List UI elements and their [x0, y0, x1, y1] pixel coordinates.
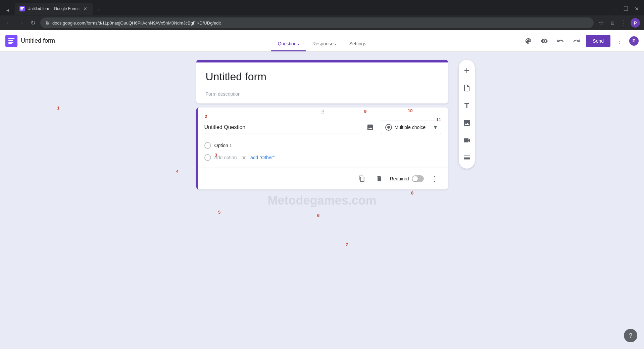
palette-btn[interactable]	[522, 34, 535, 48]
browser-tabs: ◂ Untitled form - Google Forms ✕ +	[3, 3, 609, 15]
browser-actions: ☆ ⊡ ⋮ P	[596, 18, 640, 28]
add-other-link[interactable]: add "Other"	[250, 155, 275, 160]
minimize-btn[interactable]: —	[610, 4, 620, 13]
import-questions-btn[interactable]	[459, 80, 475, 96]
tab-settings[interactable]: Settings	[343, 37, 373, 51]
form-container: Untitled form Form description ⠿	[196, 60, 448, 341]
main-content: Metodegames.com Untitled form Form descr…	[0, 52, 644, 349]
question-card: ⠿ Multiple choice ▾	[196, 107, 448, 189]
svg-rect-7	[8, 42, 13, 43]
close-window-btn[interactable]: ✕	[632, 4, 641, 13]
annotation-4: 4	[176, 169, 179, 174]
star-btn[interactable]: ☆	[596, 18, 606, 28]
address-bar[interactable]: docs.google.com/forms/d/1Lp0naqjGuuQH6Pl…	[40, 17, 594, 28]
tab-responses[interactable]: Responses	[306, 37, 343, 51]
duplicate-btn[interactable]	[355, 172, 368, 185]
user-avatar[interactable]: P	[629, 36, 639, 46]
svg-rect-0	[20, 7, 24, 8]
app-logo: Untitled form	[5, 35, 55, 47]
question-type-dropdown[interactable]: Multiple choice ▾	[381, 121, 441, 134]
svg-rect-5	[8, 38, 14, 39]
question-type-label: Multiple choice	[395, 125, 431, 130]
option-item: Option 1	[204, 139, 441, 151]
question-more-btn[interactable]: ⋮	[428, 172, 441, 185]
header-tabs: Questions Responses Settings	[271, 37, 373, 51]
forward-btn[interactable]: →	[16, 18, 26, 28]
add-option-text[interactable]: Add option	[214, 155, 237, 160]
required-toggle[interactable]	[412, 175, 424, 182]
drag-handle[interactable]: ⠿	[198, 107, 448, 117]
tab-search-btn[interactable]: ⊡	[608, 18, 617, 28]
maximize-btn[interactable]: ❐	[621, 4, 631, 13]
delete-btn[interactable]	[373, 172, 386, 185]
tab-close-btn[interactable]: ✕	[82, 6, 88, 12]
help-btn[interactable]: ?	[624, 329, 637, 342]
question-title-input[interactable]	[204, 122, 359, 133]
preview-btn[interactable]	[538, 34, 551, 48]
required-label: Required	[390, 176, 409, 181]
send-button[interactable]: Send	[586, 35, 610, 47]
app-header: Untitled form Questions Responses Settin…	[0, 30, 644, 52]
right-sidebar	[459, 60, 475, 169]
back-btn[interactable]: ←	[4, 18, 13, 28]
header-actions: Send ⋮ P	[522, 34, 639, 48]
radio-type-icon	[385, 124, 392, 131]
options-list: Option 1 Add option or add "Other"	[204, 139, 441, 164]
form-description[interactable]: Form description	[206, 90, 440, 97]
toggle-knob	[412, 176, 418, 181]
or-text: or	[241, 155, 245, 160]
required-section: Required	[390, 175, 424, 182]
add-option-row: Add option or add "Other"	[204, 151, 441, 164]
tab-questions[interactable]: Questions	[271, 37, 306, 51]
add-section-btn[interactable]	[459, 150, 475, 166]
svg-rect-3	[20, 10, 22, 11]
svg-rect-4	[46, 23, 49, 25]
svg-rect-6	[8, 40, 13, 41]
url-text: docs.google.com/forms/d/1Lp0naqjGuuQH6Pl…	[52, 20, 589, 26]
undo-btn[interactable]	[554, 34, 567, 48]
annotation-1: 1	[57, 105, 59, 111]
svg-rect-1	[20, 8, 23, 9]
redo-btn[interactable]	[570, 34, 583, 48]
profile-avatar[interactable]: P	[631, 18, 640, 28]
add-video-btn[interactable]	[459, 132, 475, 148]
refresh-btn[interactable]: ↻	[28, 18, 38, 28]
radio-circle	[204, 142, 211, 149]
tab-favicon	[19, 6, 25, 11]
chevron-down-icon: ▾	[434, 124, 437, 131]
more-nav-btn[interactable]: ⋮	[619, 18, 629, 28]
question-top: Multiple choice ▾	[204, 121, 441, 134]
question-footer: Required ⋮	[198, 168, 448, 189]
tab-title: Untitled form - Google Forms	[28, 6, 80, 11]
active-tab[interactable]: Untitled form - Google Forms ✕	[15, 3, 93, 15]
browser-chrome: ◂ Untitled form - Google Forms ✕ + — ❐	[0, 0, 644, 30]
add-image-sidebar-btn[interactable]	[459, 115, 475, 131]
add-title-btn[interactable]	[459, 97, 475, 114]
browser-titlebar: ◂ Untitled form - Google Forms ✕ + — ❐	[0, 0, 644, 15]
window-controls: — ❐ ✕	[610, 4, 641, 13]
lock-icon	[45, 20, 50, 25]
more-options-btn[interactable]: ⋮	[613, 34, 627, 48]
app-title: Untitled form	[21, 37, 55, 44]
nav-back-btn[interactable]: ◂	[3, 5, 12, 15]
add-radio-circle	[204, 154, 211, 161]
form-title[interactable]: Untitled form	[206, 71, 440, 86]
add-question-btn[interactable]	[459, 62, 475, 79]
browser-addressbar: ← → ↻ docs.google.com/forms/d/1Lp0naqjGu…	[0, 15, 644, 30]
svg-rect-8	[8, 43, 12, 44]
svg-rect-2	[20, 9, 23, 10]
forms-icon	[5, 35, 17, 47]
option-label[interactable]: Option 1	[214, 143, 232, 148]
form-title-card: Untitled form Form description	[196, 60, 448, 103]
new-tab-btn[interactable]: +	[94, 5, 104, 15]
add-image-btn[interactable]	[363, 121, 377, 134]
